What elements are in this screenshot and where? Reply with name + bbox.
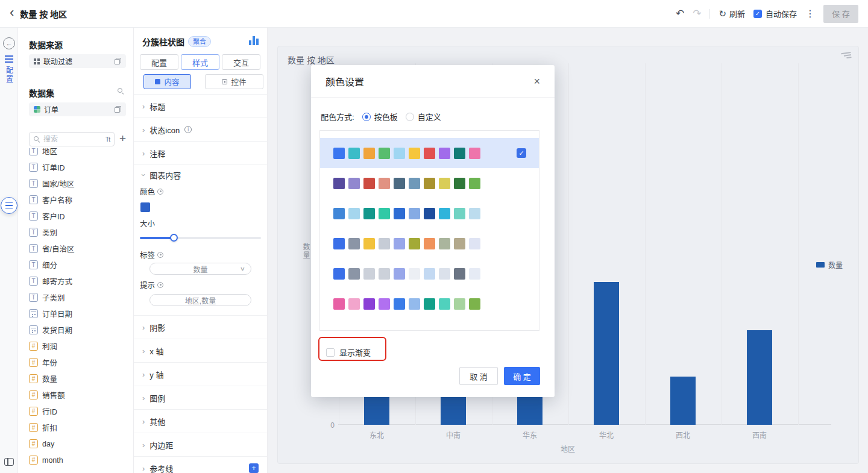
palette-row[interactable] [320,258,539,289]
field-item[interactable]: T订单ID [29,159,133,175]
palette-row[interactable] [320,228,539,258]
bar-中南[interactable] [441,393,466,425]
field-item[interactable]: #数量 [29,371,133,387]
field-item[interactable]: #年份 [29,354,133,371]
palette-swatch [333,298,345,310]
confirm-button[interactable]: 确 定 [504,367,540,385]
rail-item-config[interactable]: 配置 [0,55,18,84]
bar-西北[interactable] [670,377,696,425]
dataset-name: 订单 [44,104,111,114]
autosave-toggle[interactable]: ✓ 自动保存 [753,8,797,19]
field-label: 订单ID [42,161,65,173]
bar-西南[interactable] [747,330,772,425]
section-chart-content[interactable]: › 图表内容 [134,164,267,185]
field-item[interactable]: 订单日期 [29,305,133,322]
style-tab[interactable]: 样式 [181,54,219,70]
subtab-controls[interactable]: 控件 [205,74,263,89]
add-reference-line-button[interactable]: + [249,463,259,473]
field-item[interactable]: 发货日期 [29,322,133,338]
option-custom[interactable]: 自定义 [406,111,441,122]
option-palette[interactable]: 按色板 [362,111,398,122]
field-item[interactable]: #销售额 [29,387,133,403]
field-item[interactable]: T客户名称 [29,192,133,208]
undo-icon[interactable]: ↶ [676,8,684,19]
field-item[interactable]: T省/自治区 [29,240,133,257]
field-search-box[interactable]: Tt [29,132,115,146]
radio-custom[interactable] [406,113,414,121]
slider-handle[interactable] [170,234,178,242]
bar-chart-icon[interactable] [249,36,259,45]
cancel-button[interactable]: 取 消 [459,367,498,385]
gradient-option[interactable]: 显示渐变 [326,346,371,358]
text-field-icon: T [29,277,38,286]
field-item[interactable]: T子类别 [29,289,133,305]
dataset-item[interactable]: 订单 [29,102,126,116]
color-settings-dialog: 颜色设置 × 配色方式: 按色板 自定义 ✓ 显示渐变 取 消 确 定 [311,65,555,397]
bar-华北[interactable] [594,282,619,425]
palette-row[interactable] [320,289,539,319]
style-tab[interactable]: 配置 [140,54,178,70]
field-item[interactable]: #day [29,436,133,452]
style-section-row[interactable]: ›阴影 [134,316,267,339]
palette-swatch [363,268,375,280]
palette-swatch [333,148,345,159]
close-icon[interactable]: × [533,76,540,87]
palette-swatch [379,298,390,310]
field-item[interactable]: T类别 [29,224,133,240]
save-button[interactable]: 保 存 [823,5,858,23]
style-section-row[interactable]: ›标题 [134,95,267,118]
card-actions-icon[interactable] [841,51,853,61]
palette-row[interactable]: ✓ [320,138,539,168]
copy-icon[interactable] [115,58,121,64]
palette-selected-checkbox[interactable]: ✓ [517,148,526,158]
style-section-row[interactable]: ›y 轴 [134,363,267,386]
back-button[interactable]: ‹ [10,6,14,19]
gradient-checkbox[interactable] [326,348,335,357]
size-slider[interactable] [140,237,261,239]
gear-icon[interactable] [157,252,163,258]
gear-icon[interactable] [157,189,163,195]
add-field-button[interactable]: + [119,131,126,146]
style-section-row[interactable]: ›参考线+ [134,457,267,473]
copy-icon[interactable] [115,106,121,113]
style-section-row[interactable]: ›内边距 [134,433,267,457]
field-item[interactable]: #行ID [29,403,133,419]
bar-华东[interactable] [517,394,542,425]
style-section-row[interactable]: ›图例 [134,386,267,410]
autosave-checkbox[interactable]: ✓ [753,10,762,18]
collapse-back-icon[interactable]: ← [3,37,15,49]
palette-row[interactable] [320,168,539,198]
outline-float-button[interactable] [1,197,17,214]
dataset-search-icon[interactable] [118,88,124,94]
field-item[interactable]: T地区 [29,148,133,159]
refresh-button[interactable]: ↻ 刷新 [719,8,745,19]
field-search-input[interactable] [43,135,102,143]
palette-row[interactable] [320,198,539,228]
subtab-content[interactable]: 内容 [143,74,191,89]
x-axis-tick-labels: 东北中南华东华北西北西南 [278,430,858,439]
field-item[interactable]: T细分 [29,257,133,273]
more-menu-icon[interactable]: ⋮ [805,8,815,19]
style-section-row[interactable]: ›其他 [134,410,267,433]
field-item[interactable]: #折扣 [29,419,133,436]
style-section-row[interactable]: ›注释 [134,142,267,165]
text-format-icon[interactable]: Tt [105,136,110,143]
style-section-row[interactable]: ›状态iconi [134,118,267,142]
toggle-panel-icon[interactable] [4,458,14,466]
field-item[interactable]: T国家/地区 [29,175,133,192]
series-color-swatch[interactable] [140,202,150,212]
style-tab[interactable]: 交互 [222,54,260,70]
linkage-filter-item[interactable]: 联动过滤 [29,54,126,68]
info-icon[interactable]: i [184,126,192,133]
label-field-select[interactable]: 数量 ∨ [149,263,251,275]
style-section-row[interactable]: ›x 轴 [134,339,267,363]
tooltip-field-box[interactable]: 地区,数量 [149,294,251,306]
radio-palette[interactable] [362,113,371,121]
field-item[interactable]: T客户ID [29,208,133,224]
legend[interactable]: 数量 [816,260,843,270]
field-item[interactable]: #month [29,452,133,468]
field-item[interactable]: T邮寄方式 [29,273,133,289]
field-item[interactable]: #利润 [29,338,133,354]
gear-icon[interactable] [157,282,163,288]
left-rail: ← 配置 [0,28,18,473]
